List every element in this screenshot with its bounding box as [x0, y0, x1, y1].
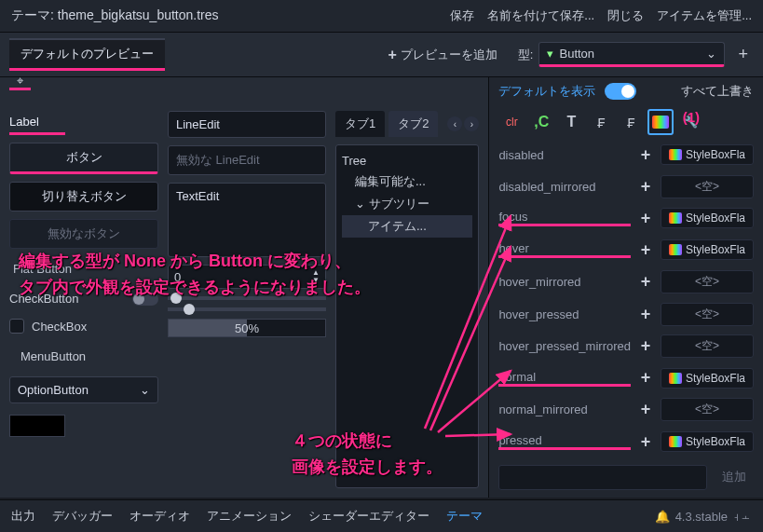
property-name: disabled_mirrored [498, 180, 631, 194]
debugger-tab[interactable]: デバッガー [52, 508, 113, 525]
type-label: 型: [518, 47, 534, 63]
preview-label: Label [9, 111, 65, 135]
stylebox-icon [669, 149, 682, 160]
icons-tab-icon[interactable]: ₣ [618, 109, 644, 135]
colors-tab-icon[interactable]: clr [498, 109, 525, 135]
property-value-empty[interactable]: <空> [661, 398, 754, 421]
override-plus-button[interactable]: + [636, 368, 655, 388]
theme-tab[interactable]: テーマ [446, 508, 483, 525]
property-row-focus: focus+StyleBoxFla [489, 202, 763, 234]
override-plus-button[interactable]: + [636, 336, 655, 356]
layout-icon[interactable]: ⫞⫠ [733, 510, 752, 524]
picker-icon[interactable]: ⌖ [9, 74, 31, 90]
tree-item[interactable]: 編集可能な... [342, 171, 472, 193]
preview-checkbutton[interactable]: CheckButton [9, 289, 158, 308]
animation-tab[interactable]: アニメーション [207, 508, 292, 525]
preview-button[interactable]: ボタン [9, 143, 158, 174]
fontsizes-tab-icon[interactable]: ₣ [588, 109, 614, 135]
preview-optionbutton[interactable]: OptionButton⌄ [9, 376, 158, 403]
property-row-disabled_mirrored: disabled_mirrored+<空> [489, 171, 763, 202]
property-row-hover_pressed_mirrored: hover_pressed_mirrored+<空> [489, 330, 763, 361]
override-plus-button[interactable]: + [636, 305, 655, 324]
property-row-normal_mirrored: normal_mirrored+<空> [489, 394, 763, 426]
manage-items-button[interactable]: アイテムを管理... [657, 7, 752, 24]
property-row-disabled: disabled+StyleBoxFla [489, 139, 763, 171]
override-plus-button[interactable]: + [636, 209, 655, 228]
property-name: normal [498, 370, 631, 387]
chevron-down-icon: ⌄ [706, 47, 716, 61]
show-default-link[interactable]: デフォルトを表示 [498, 83, 595, 100]
preview-textedit[interactable]: TextEdit [168, 183, 326, 257]
shader-tab[interactable]: シェーダーエディター [308, 508, 429, 525]
preview-checkbox[interactable]: CheckBox [9, 316, 158, 336]
property-value[interactable]: StyleBoxFla [661, 239, 754, 260]
checkbox-icon[interactable] [9, 319, 24, 334]
spin-arrows-icon[interactable]: ▲▼ [312, 269, 320, 284]
property-value-empty[interactable]: <空> [661, 175, 754, 198]
version-label: 4.3.stable [675, 510, 728, 524]
tab-next-icon[interactable]: › [464, 116, 479, 131]
audio-tab[interactable]: オーディオ [129, 508, 190, 525]
preview-tab2[interactable]: タブ2 [388, 111, 438, 137]
property-name: hover_pressed [498, 307, 631, 321]
override-plus-button[interactable]: + [636, 400, 655, 419]
add-type-button[interactable]: + [732, 45, 754, 64]
save-button[interactable]: 保存 [450, 7, 474, 24]
property-row-hover: hover+StyleBoxFla [489, 234, 763, 266]
theme-title: テーマ: theme_bigkatsu_button.tres [11, 7, 219, 24]
stylebox-icon [669, 212, 682, 224]
preview-spinbox[interactable]: 0 ▲▼ [168, 265, 326, 289]
type-select[interactable]: ▾ Button ⌄ [538, 42, 725, 67]
add-preview-button[interactable]: + プレビューを追加 [379, 43, 507, 67]
preview-tab1[interactable]: タブ1 [335, 111, 385, 137]
preview-menubutton[interactable]: MenuButton [9, 344, 158, 369]
property-value[interactable]: StyleBoxFla [661, 144, 754, 165]
property-name: normal_mirrored [498, 402, 631, 416]
preview-hslider2[interactable] [168, 307, 326, 311]
property-value-empty[interactable]: <空> [661, 334, 754, 358]
property-name: pressed [498, 433, 631, 450]
preview-hslider[interactable] [168, 296, 326, 300]
tree-item[interactable]: アイテム... [342, 215, 472, 238]
preview-tree[interactable]: Tree 編集可能な... ⌄ サブツリー アイテム... [335, 144, 479, 488]
download-icon: ▾ [547, 47, 553, 61]
filter-input[interactable] [498, 465, 707, 490]
preview-disabled-button: 無効なボタン [9, 219, 158, 249]
override-plus-button[interactable]: + [636, 432, 655, 452]
tab-prev-icon[interactable]: ‹ [447, 116, 462, 131]
add-item-button[interactable]: 追加 [715, 465, 754, 490]
property-value[interactable]: StyleBoxFla [661, 368, 754, 389]
override-all-button[interactable]: すべて上書き [681, 83, 754, 100]
override-plus-button[interactable]: + [636, 145, 655, 165]
preview-lineedit[interactable]: LineEdit [168, 111, 326, 138]
toggle-switch-icon[interactable] [132, 293, 158, 306]
save-as-button[interactable]: 名前を付けて保存... [487, 7, 594, 24]
notification-icon[interactable]: 🔔 [655, 510, 670, 524]
property-row-normal: normal+StyleBoxFla [489, 362, 763, 394]
show-default-switch[interactable] [605, 83, 636, 100]
preview-toggle-button[interactable]: 切り替えボタン [9, 182, 158, 211]
property-value[interactable]: StyleBoxFla [661, 208, 754, 228]
tree-item[interactable]: Tree [342, 151, 472, 171]
property-value-empty[interactable]: <空> [661, 270, 754, 293]
property-name: disabled [498, 148, 631, 162]
chevron-down-icon: ⌄ [140, 383, 150, 397]
stylebox-icon [669, 436, 682, 447]
stylebox-icon [669, 373, 682, 384]
property-value-empty[interactable]: <空> [661, 303, 754, 326]
preview-flat-button[interactable]: Flat Button [9, 256, 158, 281]
property-name: hover [498, 241, 631, 258]
default-preview-tab[interactable]: デフォルトのプレビュー [9, 38, 165, 71]
constants-tab-icon[interactable]: ,C [528, 109, 554, 135]
override-plus-button[interactable]: + [636, 240, 655, 260]
close-button[interactable]: 閉じる [607, 7, 644, 24]
property-value[interactable]: StyleBoxFla [661, 431, 754, 452]
override-plus-button[interactable]: + [636, 177, 655, 197]
output-tab[interactable]: 出力 [11, 508, 35, 525]
annotation-marker-1: (1) [683, 109, 700, 125]
tree-item[interactable]: ⌄ サブツリー [342, 193, 472, 215]
styleboxes-tab-icon[interactable] [647, 109, 674, 135]
fonts-tab-icon[interactable]: T [558, 109, 584, 135]
override-plus-button[interactable]: + [636, 272, 655, 292]
preview-colorrect[interactable] [9, 415, 65, 437]
